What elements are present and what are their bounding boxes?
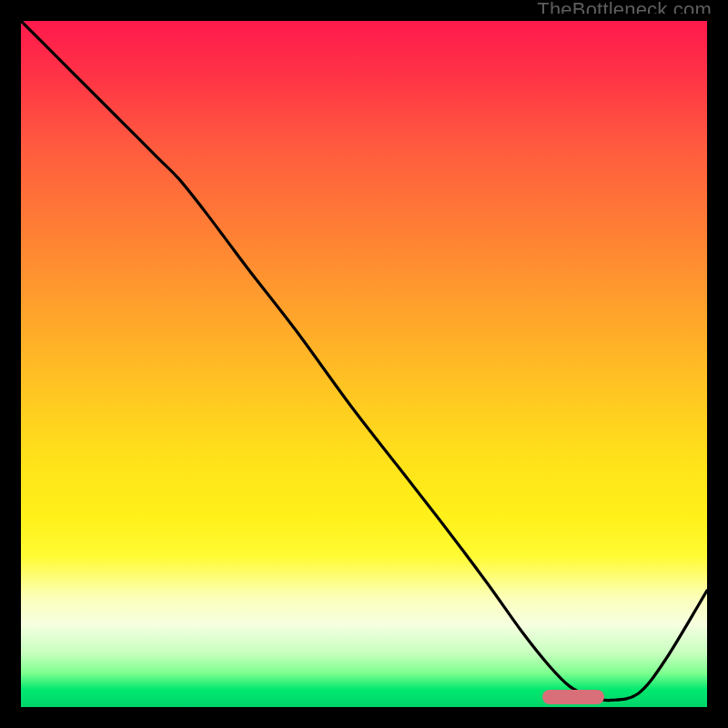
optimal-range-marker (542, 690, 604, 704)
bottleneck-curve (21, 21, 707, 707)
chart-frame (14, 14, 714, 714)
plot-area (21, 21, 707, 707)
